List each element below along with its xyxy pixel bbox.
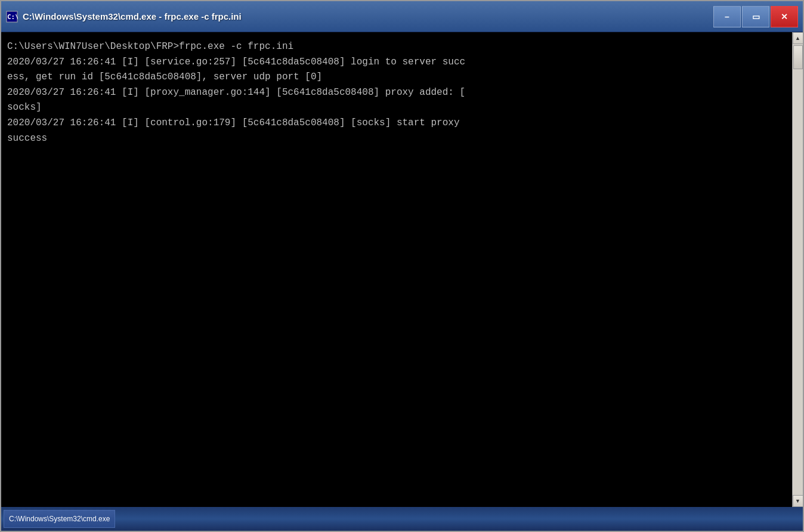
minimize-button[interactable]: –	[713, 6, 741, 27]
window-title: C:\Windows\System32\cmd.exe - frpc.exe -…	[23, 11, 713, 21]
title-bar: C:\ C:\Windows\System32\cmd.exe - frpc.e…	[1, 1, 803, 32]
scroll-down-button[interactable]: ▼	[793, 495, 803, 507]
scroll-up-icon: ▲	[795, 35, 800, 41]
restore-button[interactable]: ▭	[742, 6, 769, 27]
scroll-down-icon: ▼	[795, 498, 800, 504]
window-controls: – ▭ ✕	[713, 6, 798, 27]
window-content: C:\Users\WIN7User\Desktop\FRP>frpc.exe -…	[1, 32, 803, 507]
scroll-track[interactable]	[793, 44, 803, 495]
scroll-thumb[interactable]	[793, 45, 803, 69]
scrollbar: ▲ ▼	[792, 32, 803, 507]
taskbar: C:\Windows\System32\cmd.exe	[1, 507, 803, 531]
cmd-window: C:\ C:\Windows\System32\cmd.exe - frpc.e…	[0, 0, 804, 532]
taskbar-cmd-item[interactable]: C:\Windows\System32\cmd.exe	[4, 510, 115, 528]
svg-text:C:\: C:\	[7, 13, 18, 21]
terminal-output: C:\Users\WIN7User\Desktop\FRP>frpc.exe -…	[7, 39, 786, 146]
close-button[interactable]: ✕	[771, 6, 798, 27]
terminal-area[interactable]: C:\Users\WIN7User\Desktop\FRP>frpc.exe -…	[1, 32, 792, 507]
cmd-icon: C:\	[6, 11, 18, 23]
scroll-up-button[interactable]: ▲	[793, 32, 803, 44]
taskbar-item-label: C:\Windows\System32\cmd.exe	[9, 515, 110, 523]
